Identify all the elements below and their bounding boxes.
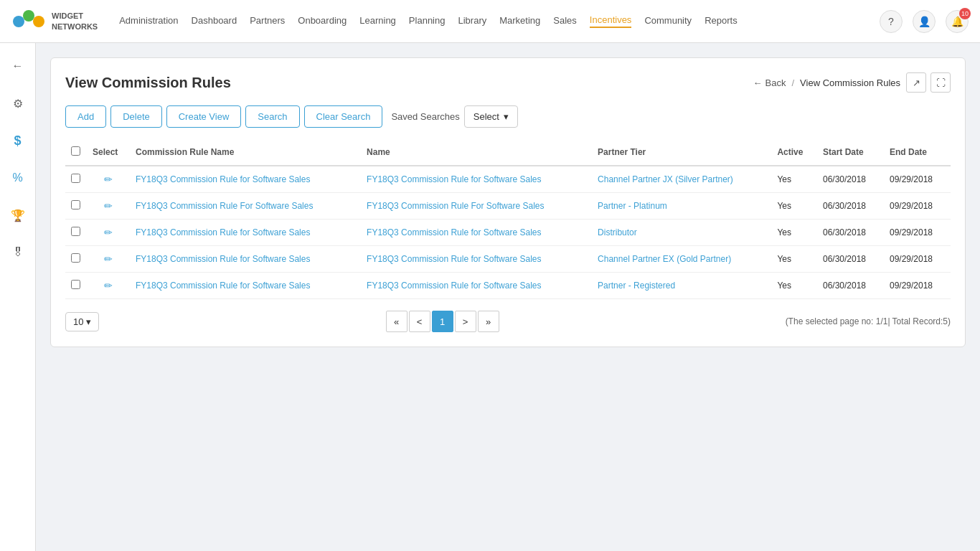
- add-button[interactable]: Add: [65, 105, 106, 128]
- nav-marketing[interactable]: Marketing: [499, 15, 540, 27]
- row-edit-cell: ✏: [87, 273, 130, 299]
- row-active-0: Yes: [771, 166, 817, 193]
- content-card: View Commission Rules ← Back / View Comm…: [50, 57, 966, 347]
- delete-button[interactable]: Delete: [110, 105, 162, 128]
- select-all-checkbox[interactable]: [71, 146, 80, 156]
- nav-reports[interactable]: Reports: [705, 15, 738, 27]
- page-1-button[interactable]: 1: [432, 311, 453, 332]
- sidebar-back-icon[interactable]: ←: [6, 55, 29, 77]
- row-commission-rule-name-0: FY18Q3 Commission Rule for Software Sale…: [130, 166, 361, 193]
- clear-search-button[interactable]: Clear Search: [304, 105, 383, 128]
- pagination-info: (The selected page no: 1/1| Total Record…: [786, 316, 951, 326]
- user-avatar[interactable]: 👤: [913, 10, 936, 33]
- name-link-4[interactable]: FY18Q3 Commission Rule for Software Sale…: [367, 281, 541, 291]
- row-end-date-1: 09/29/2018: [884, 193, 951, 220]
- edit-icon-3[interactable]: ✏: [104, 253, 113, 265]
- row-checkbox-3[interactable]: [71, 253, 80, 263]
- row-checkbox-cell: [65, 166, 87, 193]
- partner-tier-link-4[interactable]: Partner - Registered: [598, 281, 675, 291]
- commission-rule-name-link-3[interactable]: FY18Q3 Commission Rule for Software Sale…: [136, 254, 310, 264]
- row-edit-cell: ✏: [87, 246, 130, 273]
- expand-icon-button[interactable]: ↗: [906, 72, 926, 93]
- create-view-button[interactable]: Create View: [166, 105, 242, 128]
- row-start-date-0: 06/30/2018: [817, 166, 884, 193]
- edit-icon-1[interactable]: ✏: [104, 200, 113, 212]
- nav-incentives[interactable]: Incentives: [590, 14, 632, 28]
- row-checkbox-0[interactable]: [71, 174, 80, 183]
- nav-right-icons: ? 👤 🔔 10: [880, 10, 969, 33]
- nav-partners[interactable]: Partners: [250, 15, 285, 27]
- edit-icon-2[interactable]: ✏: [104, 227, 113, 238]
- row-checkbox-cell: [65, 246, 87, 273]
- row-checkbox-1[interactable]: [71, 200, 80, 209]
- search-button[interactable]: Search: [245, 105, 299, 128]
- top-navigation: WIDGETNETWORKS Administration Dashboard …: [0, 0, 980, 43]
- commission-rule-name-link-0[interactable]: FY18Q3 Commission Rule for Software Sale…: [136, 174, 310, 184]
- fullscreen-icon-button[interactable]: ⛶: [930, 72, 951, 93]
- row-name-1: FY18Q3 Commission Rule For Software Sale…: [361, 193, 592, 220]
- name-link-0[interactable]: FY18Q3 Commission Rule for Software Sale…: [367, 174, 541, 184]
- nav-sales[interactable]: Sales: [553, 15, 577, 27]
- commission-rule-name-link-4[interactable]: FY18Q3 Commission Rule for Software Sale…: [136, 281, 310, 291]
- partner-tier-link-3[interactable]: Channel Partner EX (Gold Partner): [598, 254, 731, 264]
- saved-searches-label: Saved Searches: [391, 111, 459, 122]
- breadcrumb-current: View Commission Rules: [800, 77, 900, 88]
- row-start-date-2: 06/30/2018: [817, 220, 884, 246]
- sidebar-dollar-icon[interactable]: $: [6, 129, 29, 152]
- nav-onboarding[interactable]: Onboarding: [298, 15, 347, 27]
- next-page-button[interactable]: >: [455, 311, 476, 332]
- nav-dashboard[interactable]: Dashboard: [192, 15, 237, 27]
- name-link-3[interactable]: FY18Q3 Commission Rule for Software Sale…: [367, 254, 541, 264]
- main-content: View Commission Rules ← Back / View Comm…: [36, 43, 980, 551]
- first-page-button[interactable]: «: [386, 311, 407, 332]
- table-row: ✏ FY18Q3 Commission Rule for Software Sa…: [65, 246, 951, 273]
- notification-bell[interactable]: 🔔 10: [946, 10, 969, 33]
- commission-rule-name-link-2[interactable]: FY18Q3 Commission Rule for Software Sale…: [136, 227, 310, 237]
- row-name-2: FY18Q3 Commission Rule for Software Sale…: [361, 220, 592, 246]
- edit-icon-0[interactable]: ✏: [104, 174, 113, 185]
- table-header: Select Commission Rule Name Name Partner…: [65, 139, 951, 166]
- table-row: ✏ FY18Q3 Commission Rule for Software Sa…: [65, 166, 951, 193]
- per-page-chevron-icon: ▾: [86, 316, 91, 327]
- name-link-1[interactable]: FY18Q3 Commission Rule For Software Sale…: [367, 201, 544, 211]
- nav-planning[interactable]: Planning: [409, 15, 446, 27]
- sidebar-percent-icon[interactable]: %: [6, 166, 29, 189]
- row-checkbox-cell: [65, 273, 87, 299]
- row-commission-rule-name-4: FY18Q3 Commission Rule for Software Sale…: [130, 273, 361, 299]
- nav-library[interactable]: Library: [458, 15, 486, 27]
- partner-tier-link-2[interactable]: Distributor: [598, 227, 637, 237]
- nav-community[interactable]: Community: [644, 15, 692, 27]
- row-active-3: Yes: [771, 246, 817, 273]
- saved-searches-select[interactable]: Select ▾: [464, 105, 518, 128]
- header-name: Name: [361, 139, 592, 166]
- per-page-select[interactable]: 10 ▾: [65, 312, 99, 331]
- partner-tier-link-0[interactable]: Channel Partner JX (Silver Partner): [598, 174, 733, 184]
- row-checkbox-4[interactable]: [71, 280, 80, 289]
- sidebar-settings-icon[interactable]: ⚙: [6, 92, 29, 115]
- header-checkbox-col: [65, 139, 87, 166]
- row-commission-rule-name-2: FY18Q3 Commission Rule for Software Sale…: [130, 220, 361, 246]
- sidebar-trophy-icon[interactable]: 🏆: [6, 204, 29, 227]
- sidebar-badge-icon[interactable]: 🎖: [6, 241, 29, 264]
- logo-text: WIDGETNETWORKS: [52, 11, 98, 32]
- row-partner-tier-2: Distributor: [592, 220, 771, 246]
- partner-tier-link-1[interactable]: Partner - Platinum: [598, 201, 667, 211]
- row-partner-tier-3: Channel Partner EX (Gold Partner): [592, 246, 771, 273]
- nav-administration[interactable]: Administration: [119, 15, 178, 27]
- row-name-4: FY18Q3 Commission Rule for Software Sale…: [361, 273, 592, 299]
- commission-rule-name-link-1[interactable]: FY18Q3 Commission Rule For Software Sale…: [136, 201, 313, 211]
- breadcrumb-back-button[interactable]: ← Back: [753, 77, 786, 88]
- svg-point-1: [23, 10, 34, 22]
- commission-rules-table: Select Commission Rule Name Name Partner…: [65, 139, 951, 299]
- page-header: View Commission Rules ← Back / View Comm…: [65, 72, 951, 93]
- row-commission-rule-name-1: FY18Q3 Commission Rule For Software Sale…: [130, 193, 361, 220]
- help-button[interactable]: ?: [880, 10, 903, 33]
- pagination-controls: « < 1 > »: [386, 311, 499, 332]
- row-checkbox-2[interactable]: [71, 227, 80, 236]
- prev-page-button[interactable]: <: [409, 311, 430, 332]
- name-link-2[interactable]: FY18Q3 Commission Rule for Software Sale…: [367, 227, 541, 237]
- nav-learning[interactable]: Learning: [359, 15, 396, 27]
- header-select-col: Select: [87, 139, 130, 166]
- edit-icon-4[interactable]: ✏: [104, 280, 113, 291]
- last-page-button[interactable]: »: [478, 311, 499, 332]
